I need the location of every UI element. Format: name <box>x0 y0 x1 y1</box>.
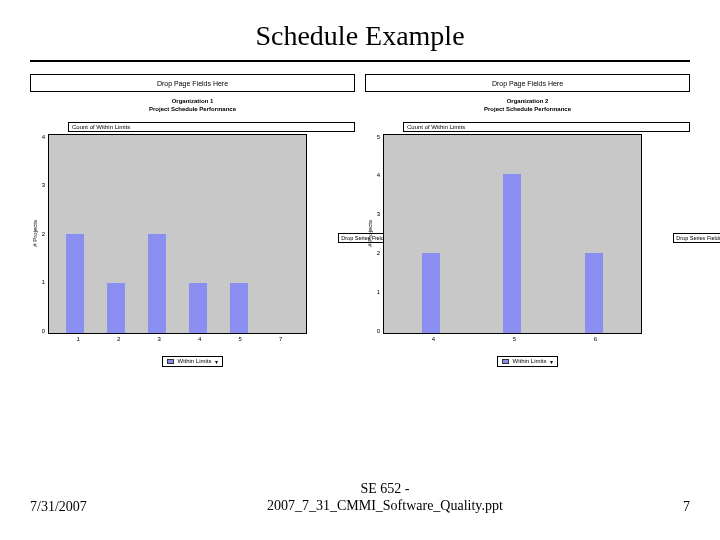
x-tick: 4 <box>191 336 209 342</box>
x-tick: 5 <box>231 336 249 342</box>
y-tick: 4 <box>38 134 45 140</box>
y-axis-label-left: # Projects <box>30 220 38 247</box>
x-ticks-right: 456 <box>387 336 642 342</box>
legend-left[interactable]: Within Limits ▾ <box>162 356 222 367</box>
x-tick: 5 <box>506 336 524 342</box>
panel-left: Drop Page Fields Here Organization 1 Pro… <box>30 74 355 367</box>
page-title: Schedule Example <box>30 20 690 52</box>
bar-plot-left <box>48 134 307 334</box>
bar-plot-right <box>383 134 642 334</box>
panel-right: Drop Page Fields Here Organization 2 Pro… <box>365 74 690 367</box>
org-title-left: Organization 1 <box>30 98 355 106</box>
bar <box>585 253 603 332</box>
x-tick: 1 <box>69 336 87 342</box>
chart-subtitle-left: Project Schedule Performance <box>30 106 355 114</box>
bar <box>422 253 440 332</box>
x-tick: 3 <box>150 336 168 342</box>
count-label-right: Count of Within Limits <box>403 122 690 132</box>
chart-title-left: Organization 1 Project Schedule Performa… <box>30 98 355 114</box>
org-title-right: Organization 2 <box>365 98 690 106</box>
drop-page-fields-right[interactable]: Drop Page Fields Here <box>365 74 690 92</box>
y-tick: 3 <box>38 182 45 188</box>
drop-page-fields-left[interactable]: Drop Page Fields Here <box>30 74 355 92</box>
x-tick: 6 <box>587 336 605 342</box>
legend-label-left: Within Limits <box>177 358 211 364</box>
title-underline <box>30 60 690 62</box>
slide-footer: 7/31/2007 SE 652 - 2007_7_31_CMMI_Softwa… <box>30 481 690 515</box>
legend-right[interactable]: Within Limits ▾ <box>497 356 557 367</box>
chevron-down-icon: ▾ <box>215 358 218 365</box>
footer-center: SE 652 - 2007_7_31_CMMI_Software_Quality… <box>87 481 683 515</box>
y-tick: 5 <box>373 134 380 140</box>
x-ticks-left: 123457 <box>52 336 307 342</box>
footer-page-number: 7 <box>683 499 690 515</box>
plot-wrap-right: # Projects 543210 <box>365 134 642 334</box>
legend-swatch-icon <box>167 359 174 364</box>
legend-label-right: Within Limits <box>512 358 546 364</box>
bar <box>230 283 248 333</box>
y-tick: 2 <box>38 231 45 237</box>
bar <box>107 283 125 333</box>
bar <box>66 234 84 333</box>
bar <box>189 283 207 333</box>
y-tick: 2 <box>373 250 380 256</box>
footer-date: 7/31/2007 <box>30 499 87 515</box>
y-tick: 3 <box>373 211 380 217</box>
y-tick: 1 <box>373 289 380 295</box>
x-tick: 2 <box>110 336 128 342</box>
y-tick: 1 <box>38 279 45 285</box>
y-tick: 4 <box>373 172 380 178</box>
bar <box>148 234 166 333</box>
y-axis-label-right: # Projects <box>365 220 373 247</box>
y-tick: 0 <box>373 328 380 334</box>
drop-series-fields-right[interactable]: Drop Series Fields Here <box>673 233 720 243</box>
legend-swatch-icon <box>502 359 509 364</box>
footer-line1: SE 652 - <box>360 481 409 496</box>
chart-subtitle-right: Project Schedule Performance <box>365 106 690 114</box>
x-tick: 4 <box>425 336 443 342</box>
charts-row: Drop Page Fields Here Organization 1 Pro… <box>30 74 690 367</box>
footer-line2: 2007_7_31_CMMI_Software_Quality.ppt <box>267 498 503 513</box>
plot-wrap-left: # Projects 43210 <box>30 134 307 334</box>
chart-title-right: Organization 2 Project Schedule Performa… <box>365 98 690 114</box>
bar <box>503 174 521 332</box>
chevron-down-icon: ▾ <box>550 358 553 365</box>
count-label-left: Count of Within Limits <box>68 122 355 132</box>
y-ticks-right: 543210 <box>373 134 383 334</box>
slide: Schedule Example Drop Page Fields Here O… <box>0 0 720 540</box>
y-tick: 0 <box>38 328 45 334</box>
x-tick: 7 <box>272 336 290 342</box>
plot-area-left: # Projects 43210 123457 Drop Series Fiel… <box>30 134 355 342</box>
y-ticks-left: 43210 <box>38 134 48 334</box>
plot-area-right: # Projects 543210 456 Drop Series Fields… <box>365 134 690 342</box>
